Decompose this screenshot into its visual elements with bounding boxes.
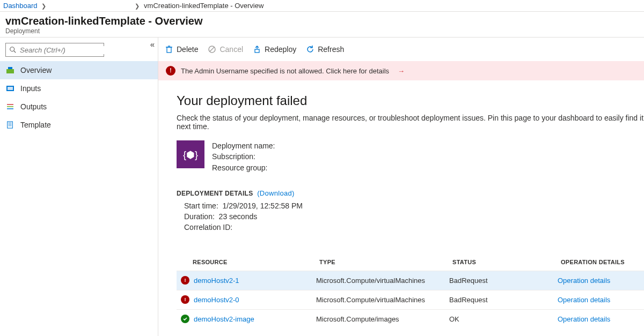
table-row[interactable]: demoHostv2-image Microsoft.Compute/image… [177,309,644,328]
deployment-details-table: RESOURCE TYPE STATUS OPERATION DETAILS !… [177,255,644,328]
resource-link[interactable]: demoHostv2-0 [194,296,316,304]
resource-link[interactable]: demoHostv2-1 [194,277,316,285]
duration-value: 23 seconds [219,212,258,221]
svg-rect-18 [255,49,259,53]
deployment-details: Start time: 1/29/2019, 12:52:58 PM Durat… [177,200,644,233]
resource-status: OK [449,315,558,323]
svg-text:!: ! [185,297,186,302]
sidebar-item-label: Template [20,121,51,129]
deployment-name-label: Deployment name: [212,140,275,151]
col-operation: OPERATION DETAILS [561,259,644,265]
page-subtitle: Deployment [5,27,639,35]
collapse-sidebar-button[interactable]: « [150,40,155,49]
status-error-icon: ! [181,295,189,304]
col-resource: RESOURCE [193,259,319,265]
deployment-details-header: DEPLOYMENT DETAILS (Download) [177,189,644,197]
download-link[interactable]: (Download) [257,189,294,197]
sidebar-item-inputs[interactable]: Inputs [0,79,158,98]
error-alert[interactable]: ! The Admin Username specified is not al… [158,61,644,80]
sidebar-item-template[interactable]: Template [0,116,158,134]
deployment-subtext: Check the status of your deployment, man… [177,114,644,131]
resource-group-label: Resource group: [212,162,275,173]
arrow-right-icon: → [398,67,405,75]
redeploy-button[interactable]: Redeploy [253,45,296,54]
redeploy-label: Redeploy [265,45,296,54]
table-header: RESOURCE TYPE STATUS OPERATION DETAILS [177,255,644,271]
page-title: vmCreation-linkedTemplate - Overview [5,15,639,27]
refresh-button[interactable]: Refresh [306,45,344,54]
breadcrumb: Dashboard ❯ ❯ vmCreation-linkedTemplate … [0,0,644,12]
resource-type: Microsoft.Compute/virtualMachines [316,296,449,304]
cancel-button: Cancel [208,45,243,54]
search-icon [9,46,17,54]
chevron-right-icon: ❯ [41,3,46,9]
alert-message: The Admin Username specified is not allo… [181,67,389,75]
cancel-icon [208,45,216,54]
toolbar: Delete Cancel Redeploy Refresh [158,38,644,61]
sidebar-item-label: Outputs [20,102,47,111]
svg-rect-13 [167,47,171,53]
subscription-label: Subscription: [212,151,275,162]
delete-button[interactable]: Delete [165,45,198,54]
col-status: STATUS [452,259,561,265]
breadcrumb-root[interactable]: Dashboard [3,2,38,10]
deployment-status-heading: Your deployment failed [177,93,644,108]
chevron-right-icon: ❯ [135,3,140,9]
error-icon: ! [166,66,175,76]
sidebar-item-label: Inputs [20,84,41,93]
template-icon [5,120,15,130]
svg-rect-3 [8,67,12,69]
search-input-container [5,43,104,57]
status-error-icon: ! [181,276,189,285]
page-header: vmCreation-linkedTemplate - Overview Dep… [0,12,644,37]
sidebar-item-overview[interactable]: Overview [0,61,158,79]
start-time-value: 1/29/2019, 12:52:58 PM [223,201,303,210]
svg-line-1 [14,51,16,53]
sidebar: « Overview Inputs Outputs Template [0,38,158,336]
operation-details-link[interactable]: Operation details [558,296,610,304]
status-ok-icon [181,315,189,323]
refresh-label: Refresh [318,45,344,54]
table-row[interactable]: ! demoHostv2-0 Microsoft.Compute/virtual… [177,290,644,309]
outputs-icon [5,102,15,111]
sidebar-item-label: Overview [20,66,52,74]
inputs-icon [5,84,15,93]
col-type: TYPE [319,259,452,265]
svg-point-0 [10,47,14,51]
operation-details-link[interactable]: Operation details [558,315,610,323]
deployment-summary: {⬢} Deployment name: Subscription: Resou… [177,140,644,173]
start-time-label: Start time: [184,201,218,210]
resource-status: BadRequest [449,277,558,285]
svg-rect-5 [8,87,13,90]
delete-icon [165,45,173,54]
resource-type: Microsoft.Compute/images [316,315,449,323]
resource-link[interactable]: demoHostv2-image [194,315,316,323]
overview-icon [5,65,15,75]
svg-rect-2 [6,69,14,73]
search-input[interactable] [17,46,111,54]
svg-text:{⬢}: {⬢} [183,150,198,160]
sidebar-item-outputs[interactable]: Outputs [0,98,158,116]
operation-details-link[interactable]: Operation details [558,277,610,285]
resource-type: Microsoft.Compute/virtualMachines [316,277,449,285]
svg-rect-9 [8,122,13,128]
svg-text:!: ! [170,68,171,73]
duration-label: Duration: [184,212,215,221]
svg-text:!: ! [185,278,186,283]
correlation-id-label: Correlation ID: [184,223,232,232]
cancel-label: Cancel [219,45,243,54]
resource-status: BadRequest [449,296,558,304]
refresh-icon [306,45,314,54]
main-content: Delete Cancel Redeploy Refresh ! The Adm… [158,38,644,336]
table-row[interactable]: ! demoHostv2-1 Microsoft.Compute/virtual… [177,271,644,290]
svg-line-17 [210,47,214,51]
breadcrumb-current: vmCreation-linkedTemplate - Overview [144,2,264,10]
deployment-icon: {⬢} [177,140,204,168]
redeploy-icon [253,45,261,54]
delete-label: Delete [177,45,198,54]
